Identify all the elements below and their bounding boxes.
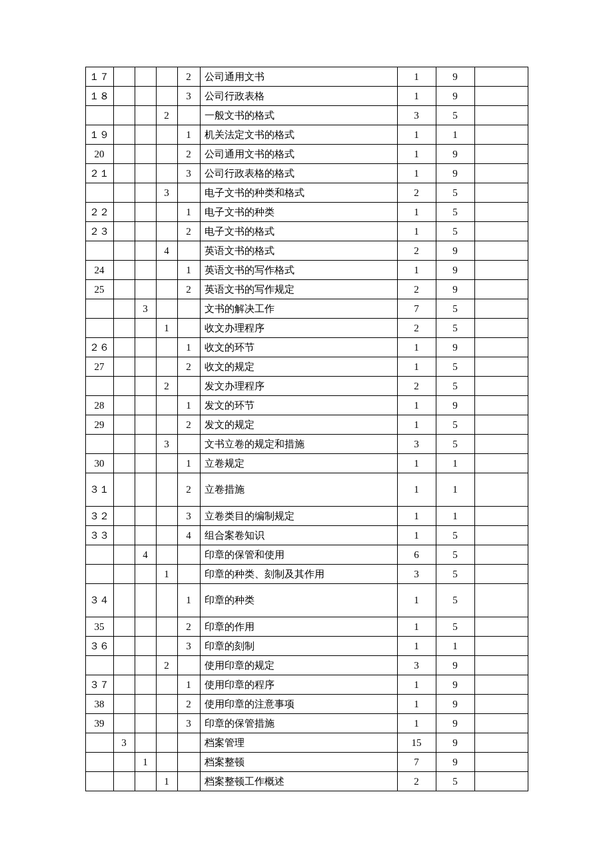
cell-c7: 9	[436, 87, 474, 106]
cell-c0: １７	[85, 67, 113, 87]
cell-c0: 25	[85, 280, 113, 299]
cell-c2	[135, 261, 156, 280]
cell-c2	[135, 526, 156, 545]
cell-c2	[135, 164, 156, 183]
cell-c3	[156, 733, 177, 753]
cell-c7: 9	[436, 280, 474, 299]
cell-c8	[474, 526, 528, 545]
cell-c7: 5	[436, 319, 474, 338]
cell-c8	[474, 357, 528, 377]
cell-c8	[474, 183, 528, 203]
cell-c7: 1	[436, 473, 474, 507]
cell-c5: 使用印章的规定	[200, 656, 397, 675]
cell-c2	[135, 454, 156, 473]
cell-c8	[474, 675, 528, 695]
cell-c7: 9	[436, 164, 474, 183]
cell-c1	[113, 125, 135, 145]
table-row: 4印章的保管和使用65	[85, 545, 528, 565]
cell-c2	[135, 415, 156, 435]
cell-c6: 1	[397, 415, 436, 435]
cell-c4	[177, 545, 200, 565]
cell-c5: 印章的种类	[200, 584, 397, 617]
cell-c8	[474, 319, 528, 338]
cell-c3	[156, 584, 177, 617]
cell-c7: 5	[436, 415, 474, 435]
cell-c5: 英语文书的写作格式	[200, 261, 397, 280]
cell-c2	[135, 473, 156, 507]
cell-c3: 3	[156, 183, 177, 203]
cell-c1	[113, 396, 135, 415]
cell-c8	[474, 145, 528, 164]
cell-c5: 印章的刻制	[200, 637, 397, 656]
cell-c5: 立卷规定	[200, 454, 397, 473]
table-row: 272收文的规定15	[85, 357, 528, 377]
outline-table: １７2公司通用文书19１８3公司行政表格192一般文书的格式35１９1机关法定文…	[85, 67, 528, 791]
cell-c2: 1	[135, 753, 156, 772]
cell-c4: 3	[177, 164, 200, 183]
cell-c6: 3	[397, 565, 436, 584]
table-row: １７2公司通用文书19	[85, 67, 528, 87]
cell-c5: 公司通用文书的格式	[200, 145, 397, 164]
cell-c4	[177, 753, 200, 772]
cell-c4: 1	[177, 261, 200, 280]
table-row: ３３4组合案卷知识15	[85, 526, 528, 545]
cell-c5: 发文办理程序	[200, 377, 397, 396]
cell-c2	[135, 675, 156, 695]
cell-c7: 5	[436, 106, 474, 125]
cell-c0: ３６	[85, 637, 113, 656]
cell-c0: 39	[85, 714, 113, 733]
cell-c3	[156, 695, 177, 714]
cell-c2	[135, 637, 156, 656]
table-row: 1档案整顿工作概述25	[85, 772, 528, 791]
cell-c0	[85, 183, 113, 203]
cell-c3	[156, 714, 177, 733]
cell-c5: 使用印章的注意事项	[200, 695, 397, 714]
cell-c5: 档案管理	[200, 733, 397, 753]
cell-c2	[135, 507, 156, 526]
cell-c6: 1	[397, 67, 436, 87]
cell-c8	[474, 753, 528, 772]
table-row: ２１3公司行政表格的格式19	[85, 164, 528, 183]
table-row: １８3公司行政表格19	[85, 87, 528, 106]
cell-c2	[135, 319, 156, 338]
cell-c5: 印章的种类、刻制及其作用	[200, 565, 397, 584]
cell-c6: 1	[397, 164, 436, 183]
cell-c3	[156, 299, 177, 319]
cell-c8	[474, 338, 528, 357]
cell-c2	[135, 714, 156, 733]
cell-c0	[85, 106, 113, 125]
cell-c5: 立卷类目的编制规定	[200, 507, 397, 526]
cell-c1	[113, 435, 135, 454]
cell-c7: 5	[436, 584, 474, 617]
cell-c2	[135, 733, 156, 753]
cell-c4: 2	[177, 357, 200, 377]
cell-c6: 3	[397, 435, 436, 454]
cell-c7: 5	[436, 526, 474, 545]
cell-c4	[177, 656, 200, 675]
cell-c4	[177, 299, 200, 319]
cell-c1	[113, 319, 135, 338]
cell-c2	[135, 357, 156, 377]
cell-c5: 公司通用文书	[200, 67, 397, 87]
cell-c1	[113, 280, 135, 299]
cell-c7: 1	[436, 507, 474, 526]
cell-c4: 2	[177, 67, 200, 87]
cell-c5: 收文的规定	[200, 357, 397, 377]
cell-c0: ３１	[85, 473, 113, 507]
cell-c2	[135, 67, 156, 87]
cell-c1	[113, 714, 135, 733]
cell-c8	[474, 261, 528, 280]
cell-c5: 立卷措施	[200, 473, 397, 507]
cell-c6: 2	[397, 241, 436, 261]
cell-c3	[156, 526, 177, 545]
table-row: 1印章的种类、刻制及其作用35	[85, 565, 528, 584]
cell-c8	[474, 507, 528, 526]
cell-c8	[474, 87, 528, 106]
cell-c2	[135, 617, 156, 637]
cell-c3	[156, 261, 177, 280]
cell-c8	[474, 473, 528, 507]
cell-c1	[113, 261, 135, 280]
cell-c4: 1	[177, 338, 200, 357]
cell-c7: 5	[436, 357, 474, 377]
cell-c8	[474, 67, 528, 87]
